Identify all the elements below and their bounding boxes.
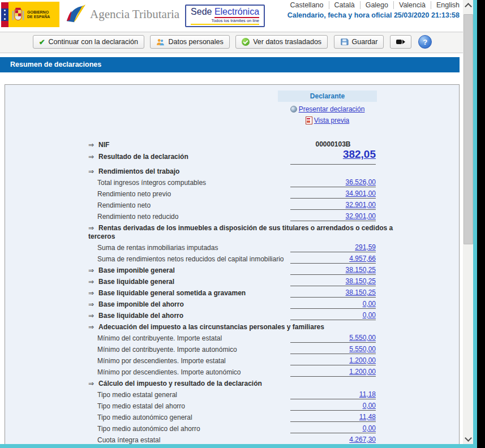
row-label: Cálculo del impuesto y resultado de la d… xyxy=(98,380,262,387)
continue-declaration-button[interactable]: ✔ Continuar con la declaración xyxy=(33,35,144,49)
calendar-link[interactable]: Calendario, fecha y hora oficial xyxy=(287,11,392,19)
row-label: Resultado de la declaración xyxy=(98,153,188,161)
row-value-link[interactable]: 11,48 xyxy=(359,413,376,421)
language-switcher: CastellanoCatalàGalegoValenciàEnglish xyxy=(285,1,460,9)
scroll-up-button[interactable] xyxy=(463,0,473,10)
row-label: Rendimientos del trabajo xyxy=(98,167,179,175)
lang-galego[interactable]: Galego xyxy=(360,1,394,9)
row-value-link[interactable]: 38.150,25 xyxy=(346,266,376,274)
row-value-field: 4.267,30 xyxy=(290,436,376,444)
lang-valencia[interactable]: Valencià xyxy=(394,1,431,9)
scroll-down-button[interactable] xyxy=(463,434,473,444)
camera-icon xyxy=(396,40,405,44)
table-row: Mínimo por descendientes. Importe estata… xyxy=(5,355,459,367)
view-transferred-data-button[interactable]: Ver datos trasladados xyxy=(235,35,328,49)
row-label: NIF xyxy=(98,141,109,149)
personal-data-button[interactable]: Datos personales xyxy=(150,35,229,49)
table-row: Rendimiento neto reducido 32.901,00 xyxy=(5,211,459,222)
row-label: Mínimo por descendientes. Importe estata… xyxy=(97,357,226,365)
help-button[interactable]: ? xyxy=(418,35,432,49)
row-value-field: 34.901,00 xyxy=(290,189,376,199)
official-datetime: 25/03/2020 21:13:58 xyxy=(394,11,460,19)
row-arrow-icon: ⇒ xyxy=(88,141,94,149)
declaration-summary-panel: Declarante Presentar declaración Vista p… xyxy=(5,84,460,444)
lang-catala[interactable]: Català xyxy=(329,1,360,9)
table-row: Tipo medio autonómico general 11,48 xyxy=(5,412,459,423)
present-declaration-link[interactable]: Presentar declaración xyxy=(290,104,365,114)
site-header: GOBIERNO DE ESPAÑA Agencia Tributaria Se… xyxy=(0,0,463,32)
row-label: Base imponible general xyxy=(98,266,175,274)
row-value-link[interactable]: 5.550,00 xyxy=(349,345,376,353)
row-value-field: 11,48 xyxy=(290,413,376,422)
row-value-link[interactable]: 34.901,00 xyxy=(346,189,376,197)
row-arrow-icon: ⇒ xyxy=(88,153,94,161)
row-value-link[interactable]: 32.901,00 xyxy=(346,212,376,220)
row-label: Rendimiento neto xyxy=(97,201,151,209)
green-check-circle-icon xyxy=(242,38,250,46)
table-row: ⇒NIF 00000103B xyxy=(5,139,459,150)
row-value-link[interactable]: 32.901,00 xyxy=(346,201,376,209)
row-value-field: 38.150,25 xyxy=(290,266,376,275)
row-value-link[interactable]: 38.150,25 xyxy=(346,277,376,285)
personal-data-label: Datos personales xyxy=(168,38,223,46)
people-icon xyxy=(156,38,165,46)
table-row: Mínimo del contribuyente. Importe autonó… xyxy=(5,344,459,355)
row-label: Rentas derivadas de los inmuebles a disp… xyxy=(88,224,393,240)
vertical-scrollbar[interactable] xyxy=(463,0,473,444)
row-value-link[interactable]: 291,59 xyxy=(355,243,376,251)
row-label: Base liquidable general sometida a grava… xyxy=(98,289,246,297)
row-arrow-icon: ⇒ xyxy=(88,224,94,232)
row-label: Rendimiento neto reducido xyxy=(97,213,178,221)
row-value-link[interactable]: 0,00 xyxy=(363,424,376,432)
row-value-field: 32.901,00 xyxy=(290,212,376,221)
row-value-link[interactable]: 1.200,00 xyxy=(349,368,376,376)
coat-of-arms-icon xyxy=(11,6,25,24)
row-value-link[interactable]: 0,00 xyxy=(363,300,376,308)
row-value-link[interactable]: 1.200,00 xyxy=(349,356,376,364)
row-value-field: 0,00 xyxy=(290,402,376,411)
table-row: ⇒Base liquidable del ahorro 0,00 xyxy=(5,310,459,321)
row-value-link[interactable]: 11,18 xyxy=(359,390,376,398)
video-button[interactable] xyxy=(390,35,411,49)
chevron-up-icon xyxy=(465,3,472,10)
agencia-tributaria-logo-icon xyxy=(65,3,87,25)
save-button[interactable]: Guardar xyxy=(334,35,384,49)
gobierno-text-line2: DE ESPAÑA xyxy=(27,15,50,19)
row-value-link[interactable]: 0,00 xyxy=(363,402,376,410)
row-arrow-icon: ⇒ xyxy=(88,167,94,175)
chevron-down-icon xyxy=(465,434,472,442)
table-row: ⇒Cálculo del impuesto y resultado de la … xyxy=(5,378,459,389)
row-label: Base liquidable general xyxy=(98,278,174,286)
row-value-link[interactable]: 4.267,30 xyxy=(349,436,376,443)
row-value-field: 291,59 xyxy=(290,243,376,252)
pdf-icon xyxy=(306,117,312,124)
lang-english[interactable]: English xyxy=(431,1,460,9)
row-arrow-icon: ⇒ xyxy=(88,278,94,286)
scrollbar-thumb[interactable] xyxy=(463,14,473,244)
row-value-link[interactable]: 38.150,25 xyxy=(346,288,376,296)
result-value-link[interactable]: 382,05 xyxy=(343,148,376,160)
sede-tagline: Todos los trámites on line xyxy=(191,18,259,25)
row-value-link[interactable]: 0,00 xyxy=(363,311,376,319)
gobierno-espana-logo: GOBIERNO DE ESPAÑA xyxy=(8,2,59,27)
preview-link[interactable]: Vista previa xyxy=(306,115,349,126)
row-label: Rendimiento neto previo xyxy=(97,190,171,198)
electronica-word: Electrónica xyxy=(214,7,259,18)
row-value-link[interactable]: 4.957,66 xyxy=(349,255,376,262)
sede-electronica-badge: Sede Electrónica Todos los trámites on l… xyxy=(185,5,265,27)
continue-declaration-label: Continuar con la declaración xyxy=(49,38,138,46)
browser-window: GOBIERNO DE ESPAÑA Agencia Tributaria Se… xyxy=(0,0,477,448)
row-value-field: 0,00 xyxy=(290,311,376,320)
lang-castellano[interactable]: Castellano xyxy=(285,1,329,9)
row-arrow-icon: ⇒ xyxy=(88,300,94,308)
row-value-link[interactable]: 5.550,00 xyxy=(349,334,376,342)
row-value-field: 32.901,00 xyxy=(290,201,376,210)
check-icon: ✔ xyxy=(39,38,45,46)
table-row: ⇒Rentas derivadas de los inmuebles a dis… xyxy=(5,222,459,242)
row-value-field: 4.957,66 xyxy=(290,255,376,264)
spain-eu-flag-icon xyxy=(1,2,8,27)
row-value-link[interactable]: 36.526,00 xyxy=(346,178,376,186)
row-value-field: 38.150,25 xyxy=(290,288,376,298)
table-row: Mínimo por descendientes. Importe autonó… xyxy=(5,367,459,378)
declarante-column-header: Declarante xyxy=(278,91,377,102)
